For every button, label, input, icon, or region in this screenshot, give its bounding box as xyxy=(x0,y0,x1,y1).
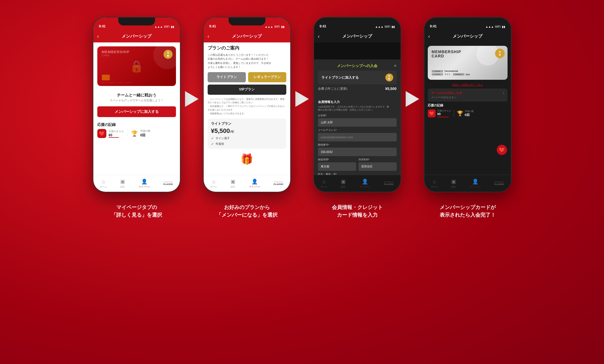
name-input[interactable]: 山田 太郎 xyxy=(318,118,397,127)
record-oshi-dark: ❤️ 応援のきもち ¥0 xyxy=(428,109,451,117)
card-title-card: CARD xyxy=(102,54,130,57)
powered2-text: Powered by xyxy=(274,181,283,183)
email-input[interactable]: example@ookamiinc.com xyxy=(318,133,397,141)
phone1-bottom-nav: ⌂ ホーム ▣ 試合 👤 マイページ P xyxy=(93,175,180,192)
card-text-overlay: MEMBERSHIP CARD xyxy=(102,50,130,57)
caption3: 会員情報・クレジットカード情報を入力 xyxy=(313,204,401,219)
email-field-label: メールアドレス* xyxy=(318,128,397,132)
phone3-inner: 9:41 ▲▲▲ WiFi ▮▮ ‹ メンバーシップ xyxy=(314,18,401,192)
plan-intro-title: プランのご案内 xyxy=(208,45,286,51)
powered-by: Powered by PLAYER! xyxy=(163,181,173,186)
phone2-nav-mypage[interactable]: 👤 マイページ xyxy=(249,178,260,188)
mcard-title1: MEMBERSHIPCARD xyxy=(432,50,504,59)
prefecture-label: 都道府県* xyxy=(318,158,356,161)
plan-intro-text: この度は応援をありがとうございます！！いただいた応援のお気持ちを力に、チームは前… xyxy=(208,53,286,69)
team-value: TAKARABUNE xyxy=(443,70,460,72)
home4-icon: ⌂ xyxy=(433,179,436,185)
signal2-icon: ▲▲▲ xyxy=(265,25,273,28)
phone3-app-header: ‹ メンバーシップ xyxy=(314,30,401,42)
phone2-notch xyxy=(229,18,265,25)
heart2-icon: ❤️ xyxy=(429,111,434,116)
phone1-container: 9:41 ▲▲▲ WiFi ▮▮ ‹ メンバーシップ xyxy=(93,17,180,192)
notification-arrow: › xyxy=(503,91,504,95)
phone3-nav-powered: Powered by PLAYER! xyxy=(384,181,394,186)
caption2-text: お好みのプランから「メンバーになる」を選択 xyxy=(206,204,288,219)
red-circle-button[interactable]: ❤️ xyxy=(497,145,507,155)
address-field-label: 町名・番地・号* xyxy=(318,173,397,175)
player4-logo: PLAYER! xyxy=(494,183,504,186)
phone4-container: 9:41 ▲▲▲ WiFi ▮▮ ‹ メンバーシップ xyxy=(424,17,511,192)
phone4-status-icons: ▲▲▲ WiFi ▮▮ xyxy=(485,25,505,28)
phone1-nav-mypage[interactable]: 👤 マイページ xyxy=(139,178,150,188)
phone3-join-popup: メンバーシップへの入会 × ライトプランに加入する 宝船 会費 (1年ごとに更新… xyxy=(314,59,401,97)
city-input[interactable]: 世田谷区 xyxy=(358,162,397,171)
regular-plan-tab[interactable]: レギュラープラン xyxy=(248,72,286,82)
phone2: 9:41 ▲▲▲ WiFi ▮▮ ‹ メンバーシップ プランのご案内 この度は応 xyxy=(203,17,291,192)
prefecture-input[interactable]: 東京都 xyxy=(318,162,356,171)
price-value: ¥5,500 xyxy=(211,127,230,134)
phone4-header-title: メンバーシップ xyxy=(453,34,482,39)
phone4-nav-mypage[interactable]: 👤 マイページ xyxy=(470,178,481,188)
home4-label: ホーム xyxy=(431,185,438,188)
card-title-membership: MEMBERSHIP xyxy=(102,50,130,54)
notification-title: チームからのおしらせ xyxy=(431,91,462,95)
phone2-nav-trial[interactable]: ▣ 試合 xyxy=(231,178,235,188)
mypage2-icon: 👤 xyxy=(252,178,258,185)
battery2-icon: ▮▮ xyxy=(281,25,285,28)
phone1-nav-trial[interactable]: ▣ 試合 xyxy=(120,178,125,188)
phone1-nav-powered: Powered by PLAYER! xyxy=(163,181,173,186)
email-placeholder: example@ookamiinc.com xyxy=(321,136,353,139)
page-wrapper: 9:41 ▲▲▲ WiFi ▮▮ ‹ メンバーシップ xyxy=(0,0,604,364)
card-number: •••• •••• •••• •••• xyxy=(102,81,132,84)
phone4-back-button[interactable]: ‹ xyxy=(428,33,430,39)
phone2-time: 9:41 xyxy=(209,24,216,28)
phone1-join-button[interactable]: メンバーシップに加入する xyxy=(97,106,176,117)
phone3-back-button[interactable]: ‹ xyxy=(318,33,320,39)
arrow2-shape xyxy=(295,91,309,107)
phone1-nav-home[interactable]: ⌂ ホーム xyxy=(100,179,107,188)
phone3-bottom-nav: ⌂ ホーム ▣ 試合 👤 マイページ P xyxy=(314,175,401,192)
phone3: 9:41 ▲▲▲ WiFi ▮▮ ‹ メンバーシップ xyxy=(313,17,401,192)
gift-icon-area: 🎁 xyxy=(208,149,286,170)
vip-plan-tab[interactable]: VIPプラン xyxy=(208,85,286,95)
plan-feature-2: ✓ 年賀状 xyxy=(211,142,283,146)
phone1-status-icons: ▲▲▲ WiFi ▮▮ xyxy=(154,25,174,28)
arrow3 xyxy=(401,91,424,107)
home2-icon: ⌂ xyxy=(212,179,215,185)
plan-key: PLAN xyxy=(432,73,443,76)
wifi4-icon: WiFi xyxy=(495,25,501,28)
registered-link[interactable]: 登録した情報を詳しく見る xyxy=(424,83,511,87)
home-icon: ⌂ xyxy=(102,179,105,185)
mypage2-label: マイページ xyxy=(249,185,260,188)
phone1-back-button[interactable]: ‹ xyxy=(97,33,99,39)
team-key: TEAM xyxy=(432,70,443,72)
notification-section[interactable]: チームからのおしらせ › メンバーのみなさまへ xyxy=(428,89,508,102)
mypage4-icon: 👤 xyxy=(472,178,478,185)
phone1: 9:41 ▲▲▲ WiFi ▮▮ ‹ メンバーシップ xyxy=(93,17,180,192)
join-popup-close[interactable]: × xyxy=(394,63,396,68)
phone2-nav-home[interactable]: ⌂ ホーム xyxy=(210,179,217,188)
phone3-time: 9:41 xyxy=(320,24,326,28)
wifi3-icon: WiFi xyxy=(385,25,390,28)
caption4-text: メンバーシップカードが表示されたら入会完了！ xyxy=(427,204,509,219)
trial-label: 試合 xyxy=(120,185,125,188)
plan-detail-box: ライトプラン ¥5,500/年 ✓ サイン扇子 ✓ 年賀状 xyxy=(208,119,286,149)
phone4-nav-home[interactable]: ⌂ ホーム xyxy=(431,179,438,188)
divider-red xyxy=(437,117,449,117)
phone3-nav-home[interactable]: ⌂ ホーム xyxy=(321,179,327,188)
player-logo: PLAYER! xyxy=(163,183,173,186)
zip-input[interactable]: 156-0042 xyxy=(318,148,397,156)
battery4-icon: ▮▮ xyxy=(502,25,505,28)
city-wrap: 市区町村* 世田谷区 xyxy=(358,156,397,171)
card-lock-icon: 🔒 xyxy=(130,60,144,73)
phone1-app-header: ‹ メンバーシップ xyxy=(93,30,180,42)
phone2-header-title: メンバーシップ xyxy=(232,34,262,39)
phone2-bottom-nav: ⌂ ホーム ▣ 試合 👤 マイページ P xyxy=(204,175,290,192)
light-plan-tab[interactable]: ライトプラン xyxy=(208,72,246,82)
plan-value: ライト xyxy=(443,73,452,76)
phone3-nav-mypage[interactable]: 👤 マイページ xyxy=(359,178,371,188)
phone1-record-row: ❤️ 応援のきもち ¥0 🏆 xyxy=(93,129,180,138)
phone4-nav-trial[interactable]: ▣ 試合 xyxy=(451,178,456,188)
phone3-nav-trial[interactable]: ▣ 試合 xyxy=(341,178,346,188)
phone2-back-button[interactable]: ‹ xyxy=(208,33,209,39)
